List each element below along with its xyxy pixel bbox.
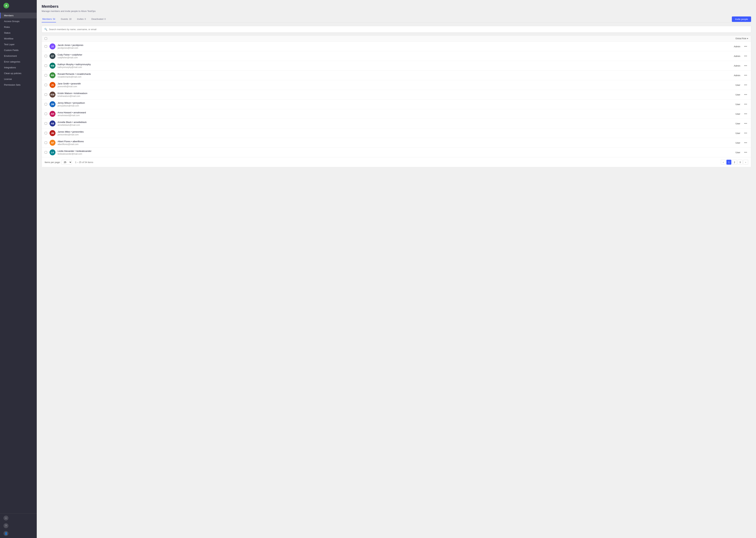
next-page-button[interactable]: › (743, 160, 748, 165)
content-area: Members Manage members and invite people… (37, 0, 756, 538)
more-options-button[interactable]: ••• (743, 102, 748, 106)
member-name: Kristin Watson • kristinwatson (58, 92, 730, 94)
more-options-button[interactable]: ••• (743, 83, 748, 87)
member-info: Leslie Alexander • lesliealexander lesli… (58, 150, 730, 155)
tab-label-invites: Invites (77, 18, 84, 20)
page-button-1[interactable]: 1 (727, 160, 731, 165)
help-icon[interactable]: ? (4, 523, 8, 528)
user-avatar-icon[interactable]: 👤 (4, 531, 8, 536)
table-row: LA Leslie Alexander • lesliealexander le… (42, 148, 751, 157)
row-checkbox-1[interactable] (45, 55, 47, 57)
table-row: CF Cody Fisher • codyfisher codyfisher@m… (42, 51, 751, 61)
per-page-select[interactable]: 25 50 100 (62, 160, 72, 165)
more-options-button[interactable]: ••• (743, 121, 748, 126)
sidebar: A MembersAccess GroupsRolesStatusWorkflo… (0, 0, 37, 538)
table-row: AH Anna Howard • annahoward annahoward@m… (42, 109, 751, 119)
page-range-info: 1 – 25 of 54 items (75, 161, 93, 164)
sidebar-item-clean-up-policies[interactable]: Clean up policies (0, 71, 37, 76)
member-role: Admin (730, 65, 740, 67)
members-list: JJ Jacob Jones • jacobjones jacobjones@m… (42, 42, 751, 157)
sidebar-item-test-layer[interactable]: Test Layer (0, 41, 37, 47)
avatar: RR (50, 72, 56, 78)
member-email: jacobjones@mail.com (58, 47, 730, 49)
more-options-button[interactable]: ••• (743, 112, 748, 116)
more-options-button[interactable]: ••• (743, 140, 748, 145)
row-checkbox-10[interactable] (45, 141, 47, 144)
table-row: KW Kristin Watson • kristinwatson kristi… (42, 90, 751, 99)
search-input[interactable] (49, 28, 748, 31)
chevron-down-icon: ▾ (747, 37, 748, 40)
table-row: AF Albert Flores • albertflores albertfl… (42, 138, 751, 148)
member-email: codyfisher@mail.com (58, 56, 730, 59)
row-checkbox-3[interactable] (45, 74, 47, 77)
tab-deactivated[interactable]: Deactivated0 (91, 16, 106, 23)
page-button-3[interactable]: 3 (737, 160, 742, 165)
sidebar-item-error-categories[interactable]: Error categories (0, 59, 37, 65)
member-role: User (730, 151, 740, 154)
more-options-button[interactable]: ••• (743, 44, 748, 49)
member-role: User (730, 93, 740, 96)
tab-badge-members: 54 (53, 18, 55, 20)
avatar: JM (50, 130, 56, 136)
sidebar-item-integrations[interactable]: Integrations (0, 65, 37, 71)
member-name: Albert Flores • albertflores (58, 140, 730, 143)
more-options-button[interactable]: ••• (743, 54, 748, 58)
member-info: James Miles • jamesmiles jamesmiles@mail… (58, 131, 730, 136)
tab-badge-guests: 18 (69, 18, 71, 20)
add-icon[interactable]: + (4, 515, 8, 520)
member-email: ronaldrichards@mail.com (58, 76, 730, 78)
sidebar-item-roles[interactable]: Roles (0, 24, 37, 30)
member-info: Annette Black • annetteblack annetteblac… (58, 121, 730, 126)
sidebar-nav: MembersAccess GroupsRolesStatusWorkflowT… (0, 11, 37, 513)
avatar: KM (50, 63, 56, 69)
items-per-page-label: Items per page: (45, 161, 60, 164)
select-all-checkbox[interactable] (45, 37, 47, 40)
more-options-button[interactable]: ••• (743, 131, 748, 135)
member-name: Anna Howard • annahoward (58, 111, 730, 114)
row-checkbox-5[interactable] (45, 93, 47, 96)
row-checkbox-8[interactable] (45, 122, 47, 125)
row-checkbox-4[interactable] (45, 84, 47, 86)
sidebar-item-environment[interactable]: Environment (0, 53, 37, 59)
member-info: Jacob Jones • jacobjones jacobjones@mail… (58, 44, 730, 49)
sidebar-item-workflow[interactable]: Workflow (0, 36, 37, 41)
global-role-label: Global Role (735, 37, 746, 40)
sidebar-item-permission-sets[interactable]: Permission Sets (0, 82, 37, 88)
more-options-button[interactable]: ••• (743, 63, 748, 68)
row-checkbox-7[interactable] (45, 113, 47, 115)
tab-guests[interactable]: Guests18 (60, 16, 72, 23)
tab-label-members: Members (42, 18, 52, 20)
prev-page-button[interactable]: ‹ (721, 160, 726, 165)
sidebar-item-status[interactable]: Status (0, 30, 37, 36)
sidebar-item-custom-fields[interactable]: Custom Fields (0, 47, 37, 53)
table-row: JW Jenny Wilson • jennywilson jennywilso… (42, 99, 751, 109)
sidebar-logo: A (0, 0, 37, 11)
more-options-button[interactable]: ••• (743, 92, 748, 97)
member-info: Cody Fisher • codyfisher codyfisher@mail… (58, 53, 730, 59)
row-checkbox-9[interactable] (45, 132, 47, 134)
items-per-page: Items per page: 25 50 100 (45, 160, 72, 165)
row-checkbox-11[interactable] (45, 151, 47, 154)
invite-people-button[interactable]: Invite people (732, 17, 751, 22)
member-name: Leslie Alexander • lesliealexander (58, 150, 730, 152)
row-checkbox-6[interactable] (45, 103, 47, 105)
page-button-2[interactable]: 2 (732, 160, 737, 165)
sidebar-item-access-groups[interactable]: Access Groups (0, 19, 37, 24)
member-role: User (730, 141, 740, 144)
member-role: User (730, 113, 740, 115)
global-role-column[interactable]: Global Role ▾ (735, 37, 748, 40)
avatar: CF (50, 53, 56, 59)
more-options-button[interactable]: ••• (743, 73, 748, 78)
member-email: janesmith@mail.com (58, 85, 730, 88)
sidebar-item-members[interactable]: Members (0, 13, 37, 19)
row-checkbox-2[interactable] (45, 65, 47, 67)
app-logo: A (4, 3, 9, 8)
sidebar-item-license[interactable]: License (0, 76, 37, 82)
tab-label-guests: Guests (61, 18, 68, 20)
member-email: annetteblack@mail.com (58, 124, 730, 126)
table-row: JM James Miles • jamesmiles jamesmiles@m… (42, 128, 751, 138)
more-options-button[interactable]: ••• (743, 150, 748, 155)
row-checkbox-0[interactable] (45, 45, 47, 48)
tab-invites[interactable]: Invites0 (76, 16, 86, 23)
tab-members[interactable]: Members54 (42, 16, 56, 23)
